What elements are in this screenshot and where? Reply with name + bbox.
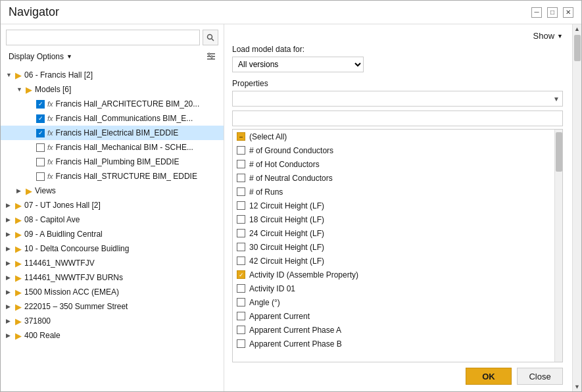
tree-item[interactable]: fxFrancis Hall_Mechanical BIM - SCHE...: [1, 140, 224, 155]
tree-checkbox[interactable]: ✓: [36, 129, 45, 137]
tree-toggle-icon[interactable]: ▶: [6, 260, 15, 266]
tree-item[interactable]: ▶▶︎09 - A Buidling Central: [1, 227, 224, 241]
tree-toggle-icon[interactable]: ▶: [6, 289, 15, 295]
svg-line-1: [212, 39, 214, 41]
property-checkbox[interactable]: [237, 215, 245, 224]
property-checkbox[interactable]: [237, 257, 245, 265]
tree-toggle-icon[interactable]: ▶: [6, 231, 15, 237]
property-item[interactable]: 30 Circuit Height (LF): [233, 240, 562, 254]
property-item[interactable]: 18 Circuit Height (LF): [233, 212, 562, 226]
properties-dropdown[interactable]: ▼: [232, 91, 563, 107]
display-options-label: Display Options: [9, 52, 64, 61]
scroll-down-arrow[interactable]: ▼: [573, 382, 581, 391]
property-item[interactable]: –(Select All): [233, 130, 562, 143]
property-item[interactable]: Angle (°): [233, 295, 562, 309]
property-item[interactable]: # of Neutral Conductors: [233, 171, 562, 185]
property-checkbox[interactable]: [237, 312, 245, 320]
scroll-up-arrow[interactable]: ▲: [573, 24, 581, 34]
tree-checkbox[interactable]: ✓: [36, 114, 45, 123]
close-dialog-button[interactable]: Close: [517, 368, 563, 385]
property-checkbox[interactable]: [237, 298, 245, 306]
tree-item[interactable]: ▶▶︎114461_NWWTFJV: [1, 256, 224, 270]
tree-toggle-icon[interactable]: ▶: [6, 245, 15, 252]
tree-toggle-icon[interactable]: ▶: [6, 303, 15, 310]
tree-item[interactable]: ▶▶︎10 - Delta Concourse Buidling: [1, 241, 224, 256]
chevron-down-icon: ▼: [66, 53, 72, 60]
property-item[interactable]: 24 Circuit Height (LF): [233, 226, 562, 240]
tree-toggle-icon[interactable]: ▼: [16, 86, 26, 93]
property-checkbox[interactable]: [237, 326, 245, 334]
settings-icon-button[interactable]: [204, 49, 218, 64]
tree-item[interactable]: ▶▶︎Views: [1, 184, 224, 198]
tree-item[interactable]: ▶▶︎114461_NWWTFJV BURNs: [1, 270, 224, 285]
tree-item[interactable]: ✓fxFrancis Hall_Communications BIM_E...: [1, 111, 224, 126]
tree-item[interactable]: ▶▶︎371800: [1, 314, 224, 328]
property-item[interactable]: Apparent Current: [233, 309, 562, 323]
property-checkbox[interactable]: [237, 284, 245, 293]
property-item[interactable]: # of Runs: [233, 185, 562, 199]
tree-item[interactable]: ▶▶︎1500 Mission ACC (EMEA): [1, 285, 224, 299]
property-item[interactable]: # of Hot Conductors: [233, 157, 562, 171]
folder-icon: ▶︎: [15, 258, 22, 268]
property-item[interactable]: Activity ID 01: [233, 282, 562, 295]
folder-icon: ▶︎: [15, 215, 22, 225]
property-checkbox[interactable]: [237, 187, 245, 196]
svg-rect-4: [207, 59, 215, 60]
window-title: Navigator: [9, 5, 59, 19]
property-item[interactable]: Apparent Current Phase A: [233, 323, 562, 337]
version-select[interactable]: All versions: [232, 57, 364, 72]
tree-toggle-icon[interactable]: ▶: [6, 216, 15, 223]
tree-toggle-icon[interactable]: ▶: [6, 332, 15, 339]
search-button[interactable]: [203, 30, 218, 45]
display-options-button[interactable]: Display Options ▼: [6, 51, 75, 62]
tree-checkbox[interactable]: ✓: [36, 100, 45, 109]
folder-icon: ▶︎: [15, 230, 22, 239]
minimize-button[interactable]: ─: [531, 7, 542, 18]
property-item[interactable]: # of Ground Conductors: [233, 143, 562, 157]
tree-item[interactable]: ▶▶︎400 Reale: [1, 328, 224, 343]
property-item[interactable]: ✓Activity ID (Assemble Property): [233, 268, 562, 282]
ok-button[interactable]: OK: [466, 368, 512, 385]
property-item[interactable]: Apparent Current Phase B: [233, 337, 562, 351]
property-checkbox[interactable]: –: [237, 132, 245, 141]
tree-toggle-icon[interactable]: ▶: [6, 274, 15, 281]
properties-search-input[interactable]: [232, 110, 563, 126]
property-checkbox[interactable]: [237, 160, 245, 168]
tree-item[interactable]: ▼▶︎06 - Francis Hall [2]: [1, 68, 224, 82]
tree-checkbox[interactable]: [36, 158, 45, 166]
tree-item[interactable]: ▼▶︎Models [6]: [1, 82, 224, 97]
tree-item-label: Francis Hall_STRUCTURE BIM_ EDDIE: [56, 172, 197, 181]
fx-icon: fx: [47, 114, 53, 122]
tree-checkbox[interactable]: [36, 143, 45, 152]
tree-item[interactable]: ▶▶︎222015 – 350 Summer Street: [1, 299, 224, 314]
property-checkbox[interactable]: [237, 201, 245, 210]
tree-checkbox[interactable]: [36, 172, 45, 181]
property-checkbox[interactable]: [237, 174, 245, 182]
close-button[interactable]: ✕: [563, 7, 573, 18]
properties-scrollbar: [554, 130, 562, 362]
tree-item[interactable]: ▶▶︎08 - Capitol Ave: [1, 212, 224, 227]
tree-toggle-icon[interactable]: ▶: [6, 202, 15, 208]
property-item[interactable]: 42 Circuit Height (LF): [233, 254, 562, 268]
property-checkbox[interactable]: [237, 146, 245, 155]
tree-item[interactable]: ✓fxFrancis Hall_Electrical BIM_EDDIE: [1, 126, 224, 140]
property-checkbox[interactable]: [237, 339, 245, 348]
search-input[interactable]: [6, 30, 200, 45]
show-button[interactable]: Show ▼: [533, 31, 563, 41]
tree-item[interactable]: ✓fxFrancis Hall_ARCHITECTURE BIM_20...: [1, 97, 224, 111]
property-checkbox[interactable]: [237, 243, 245, 251]
tree-toggle-icon[interactable]: ▶: [16, 187, 26, 194]
tree-toggle-icon[interactable]: ▼: [6, 72, 15, 78]
main-content: Display Options ▼ ▼▶︎06 - Francis Hall […: [1, 24, 581, 391]
tree-item[interactable]: fxFrancis Hall_STRUCTURE BIM_ EDDIE: [1, 169, 224, 184]
property-checkbox[interactable]: ✓: [237, 270, 245, 279]
maximize-button[interactable]: □: [547, 7, 558, 18]
property-item[interactable]: 12 Circuit Height (LF): [233, 199, 562, 212]
property-checkbox[interactable]: [237, 229, 245, 237]
tree-item[interactable]: ▶▶︎07 - UT Jones Hall [2]: [1, 198, 224, 212]
scroll-thumb: [574, 35, 581, 61]
tree-toggle-icon[interactable]: ▶: [6, 318, 15, 324]
folder-icon: ▶︎: [15, 316, 22, 326]
svg-rect-5: [208, 53, 210, 56]
tree-item[interactable]: fxFrancis Hall_Plumbing BIM_EDDIE: [1, 155, 224, 169]
